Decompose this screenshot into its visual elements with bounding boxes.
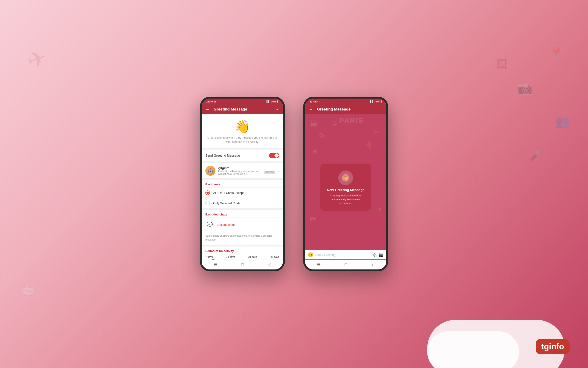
- confirm-button-1[interactable]: ✓: [276, 107, 279, 112]
- nav-menu-icon-1[interactable]: ☰: [214, 262, 217, 267]
- chevron-icon: ›: [278, 169, 279, 173]
- nav-bar-1: ☰ □ ◁: [202, 260, 283, 269]
- screen-content-1: 👋 Greet customers when they message you …: [202, 114, 283, 260]
- message-status: EDITED: [264, 171, 276, 174]
- app-title-1: Greeting Message: [214, 107, 272, 112]
- emoji-picker-icon[interactable]: 🙂: [308, 252, 313, 258]
- period-header: Period of no activity: [205, 249, 279, 253]
- toggle-row[interactable]: Send Greeting Message: [202, 149, 283, 162]
- tginfo-badge: tginfo: [536, 339, 570, 354]
- radio-label-selected-chats: Only Selected Chats: [213, 202, 240, 205]
- period-label-7: 7 days: [205, 256, 213, 258]
- nav-bar-2: ☰ □ ◁: [305, 260, 386, 269]
- period-label-14: 14 days: [226, 256, 235, 258]
- recipients-section: Recipients All 1-to-1 Chats Except... On…: [202, 180, 283, 208]
- battery-text-1: 76%: [271, 100, 276, 103]
- greeting-card[interactable]: 👋 New Greeting Message Create greetings …: [321, 164, 371, 211]
- toggle-label: Send Greeting Message: [205, 154, 240, 157]
- status-bar-2: 21:46:47 ▌▌ 77% ▮: [305, 99, 386, 104]
- hero-section: 👋 Greet customers when they message you …: [202, 114, 283, 148]
- exclude-icon: 💬: [205, 221, 214, 229]
- avatar: 🤖: [205, 166, 215, 176]
- period-label-28: 28 days: [270, 256, 279, 258]
- battery-text-2: 77%: [374, 100, 379, 103]
- nav-home-icon-1[interactable]: □: [241, 262, 244, 267]
- nav-menu-icon-2[interactable]: ☰: [317, 262, 321, 267]
- hero-description: Greet customers when they message you th…: [205, 136, 279, 144]
- camera-icon[interactable]: 📷: [378, 252, 384, 257]
- badge-label: tginfo: [541, 342, 564, 351]
- app-bar-2: ← Greeting Message: [305, 104, 386, 114]
- back-button-2[interactable]: ←: [309, 107, 313, 112]
- period-label-21: 21 days: [248, 256, 257, 258]
- app-title-2: Greeting Message: [317, 107, 383, 112]
- hero-emoji: 👋: [234, 119, 250, 134]
- greeting-card-description: Create greetings that will be automatica…: [326, 194, 366, 205]
- status-icons-2: ▌▌ 77% ▮: [370, 100, 382, 103]
- phone-1: 21:49:05 ▌▌ 76% ▮ ← Greeting Message ✓ 👋…: [200, 97, 285, 271]
- greeting-svg-icon: 👋: [341, 174, 350, 182]
- back-button-1[interactable]: ←: [205, 107, 210, 112]
- battery-icon-1: ▮: [277, 100, 278, 103]
- phone2-screen: ☕ ✂ 🏛 🎨 🍕 🏠 PARIS 🗺 🎭 👋: [305, 114, 386, 269]
- message-handle: @tginfo: [218, 166, 276, 170]
- period-section: Period of no activity 7 days 14 days 21 …: [202, 247, 283, 260]
- message-info: @tginfo Hello! If you have any questions…: [218, 166, 276, 175]
- period-labels: 7 days 14 days 21 days 28 days: [205, 256, 279, 258]
- nav-back-icon-2[interactable]: ◁: [371, 262, 374, 267]
- signal-icon-1: ▌▌: [266, 100, 270, 103]
- phones-container: 21:49:05 ▌▌ 76% ▮ ← Greeting Message ✓ 👋…: [200, 97, 388, 271]
- input-placeholder: Add a Greeting: [315, 253, 335, 257]
- radio-selected-chats[interactable]: [205, 201, 210, 205]
- attachment-icon[interactable]: 📎: [372, 252, 377, 257]
- greeting-input[interactable]: Add a Greeting: [315, 253, 370, 257]
- message-body: Hello! If you have any questions, we wil…: [218, 170, 263, 175]
- greeting-card-title: New Greeting Message: [327, 188, 365, 192]
- radio-all-chats[interactable]: [205, 190, 210, 195]
- radio-option-all-chats[interactable]: All 1-to-1 Chats Except...: [202, 187, 283, 198]
- time-1: 21:49:05: [206, 100, 216, 103]
- radio-option-selected-chats[interactable]: Only Selected Chats: [202, 198, 283, 208]
- excluded-chats-section: Excluded chats 💬 Exclude chats Select ch…: [202, 210, 283, 245]
- app-bar-1: ← Greeting Message ✓: [202, 104, 283, 114]
- status-icons-1: ▌▌ 76% ▮: [266, 100, 278, 103]
- radio-label-all-chats: All 1-to-1 Chats Except...: [213, 191, 246, 194]
- status-bar-1: 21:49:05 ▌▌ 76% ▮: [202, 99, 283, 104]
- svg-text:👋: 👋: [343, 175, 349, 180]
- battery-icon-2: ▮: [380, 100, 382, 103]
- phone-2: 21:46:47 ▌▌ 77% ▮ ← Greeting Message ☕ ✂…: [303, 97, 388, 271]
- toggle-switch[interactable]: [269, 153, 279, 158]
- nav-home-icon-2[interactable]: □: [345, 262, 347, 267]
- time-2: 21:46:47: [310, 100, 320, 103]
- period-slider-thumb[interactable]: [211, 258, 215, 260]
- greeting-hand-icon: 👋: [338, 170, 353, 185]
- excluded-chats-header: Excluded chats: [202, 210, 283, 218]
- exclude-chats-item[interactable]: 💬 Exclude chats: [202, 218, 283, 231]
- excluded-info-text: Select chats or entire chat categories f…: [202, 231, 283, 245]
- signal-icon-2: ▌▌: [370, 100, 374, 103]
- message-preview[interactable]: 🤖 @tginfo Hello! If you have any questio…: [202, 163, 283, 178]
- nav-back-icon-1[interactable]: ◁: [268, 262, 271, 267]
- exclude-label[interactable]: Exclude chats: [217, 223, 235, 227]
- recipients-header: Recipients: [202, 180, 283, 187]
- bottom-input-bar: 🙂 Add a Greeting 📎 📷: [305, 250, 386, 259]
